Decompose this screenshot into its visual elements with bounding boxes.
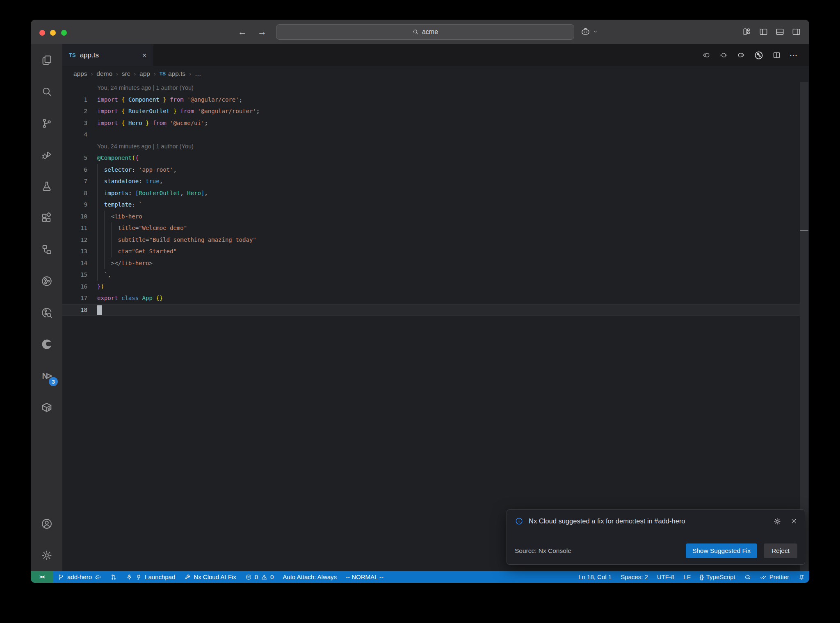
code-line-6[interactable]: 6 selector: 'app-root', [62, 164, 800, 176]
status-language-mode[interactable]: {}TypeScript [695, 571, 740, 583]
status-vim-mode[interactable]: -- NORMAL -- [341, 571, 388, 583]
status-problems[interactable]: 00 [241, 571, 278, 583]
navigate-back-button[interactable] [702, 51, 711, 59]
history-forward-button[interactable]: → [258, 27, 267, 37]
code-line-1[interactable]: 1import { Component } from '@angular/cor… [62, 94, 800, 106]
status-indentation[interactable]: Spaces: 2 [616, 571, 653, 583]
status-eol[interactable]: LF [679, 571, 695, 583]
line-number: 4 [62, 129, 87, 141]
line-number: 11 [62, 222, 87, 234]
code-line-16[interactable]: 16}) [62, 281, 800, 293]
activity-item-containers[interactable] [31, 391, 62, 423]
nx-actions-button[interactable] [754, 50, 764, 60]
activity-item-source-control[interactable] [31, 107, 62, 139]
breadcrumb-item[interactable]: … [195, 70, 201, 77]
status-label: Auto Attach: Always [283, 573, 337, 580]
show-suggested-fix-button[interactable]: Show Suggested Fix [686, 543, 757, 558]
code-area[interactable]: You, 24 minutes ago | 1 author (You)1imp… [62, 82, 809, 571]
activity-item-gitlens[interactable] [31, 265, 62, 297]
code-line-4[interactable]: 4 [62, 129, 800, 141]
line-number: 7 [62, 175, 87, 187]
tab-close-icon[interactable]: ✕ [142, 52, 147, 59]
code-line-17[interactable]: 17export class App {} [62, 292, 800, 304]
tab-app-ts[interactable]: TS app.ts ✕ [62, 44, 153, 66]
code-line-2[interactable]: 2import { RouterOutlet } from '@angular/… [62, 105, 800, 117]
activity-item-testing[interactable] [31, 171, 62, 202]
toggle-primary-sidebar-button[interactable] [759, 27, 768, 36]
code-line-12[interactable]: 12 subtitle="Build something amazing tod… [62, 234, 800, 246]
code-line-13[interactable]: 13 cta="Get Started" [62, 246, 800, 257]
code-line-3[interactable]: 3import { Hero } from '@acme/ui'; [62, 117, 800, 129]
navigate-forward-button[interactable] [737, 51, 745, 59]
breadcrumb-separator-icon: › [154, 70, 156, 77]
code-line-8[interactable]: 8 imports: [RouterOutlet, Hero], [62, 187, 800, 199]
status-notifications-bell[interactable] [794, 571, 809, 583]
activity-item-accounts[interactable] [31, 508, 62, 539]
branch-icon [58, 574, 64, 580]
code-text: selector: 'app-root', [97, 164, 177, 176]
line-number: 8 [62, 187, 87, 199]
breadcrumb-item[interactable]: src [122, 70, 130, 77]
status-nx-cloud-ai-fix[interactable]: Nx Cloud AI Fix [180, 571, 240, 583]
layout-right-icon [792, 27, 801, 36]
line-number: 2 [62, 105, 87, 117]
warn-icon [261, 574, 267, 580]
line-number: 17 [62, 292, 87, 304]
toggle-secondary-sidebar-button[interactable] [792, 27, 801, 36]
notification-title: Nx Cloud suggested a fix for demo:test i… [529, 517, 768, 525]
current-position-button[interactable] [719, 51, 728, 59]
activity-item-nx-console[interactable]: N>3 [31, 360, 62, 391]
cloud-up-icon [95, 574, 101, 580]
status-cursor-position[interactable]: Ln 18, Col 1 [574, 571, 616, 583]
copilot-menu[interactable] [580, 20, 598, 44]
container-icon [41, 401, 53, 414]
activity-item-gitlens-inspect[interactable] [31, 297, 62, 328]
breadcrumb-item[interactable]: demo [96, 70, 112, 77]
command-center-search[interactable]: acme [276, 24, 574, 40]
more-actions-button[interactable]: ··· [790, 51, 798, 59]
reject-button[interactable]: Reject [764, 543, 797, 558]
activity-item-project-hierarchy[interactable] [31, 234, 62, 265]
notification-close-icon[interactable] [790, 518, 797, 525]
activity-item-edge-tools[interactable] [31, 328, 62, 360]
editor-group: TS app.ts ✕ ··· apps›demo›src›app›TSapp.… [62, 44, 809, 571]
code-line-9[interactable]: 9 template: ` [62, 199, 800, 211]
status-git-branch[interactable]: add-hero [53, 571, 106, 583]
code-text: `, [97, 269, 111, 281]
code-line-18[interactable]: 18 [62, 304, 800, 316]
split-editor-button[interactable] [772, 51, 781, 59]
code-line-15[interactable]: 15 `, [62, 269, 800, 281]
gitlens-search-icon [41, 307, 53, 319]
zoom-window-button[interactable] [61, 30, 67, 36]
breadcrumb-item[interactable]: TSapp.ts [160, 70, 186, 77]
status-remote-indicator[interactable]: >< [31, 571, 53, 583]
code-line-14[interactable]: 14 ></lib-hero> [62, 257, 800, 269]
close-window-button[interactable] [39, 30, 45, 36]
activity-item-extensions[interactable] [31, 202, 62, 234]
editor-scrollbar[interactable] [800, 82, 808, 571]
code-line-7[interactable]: 7 standalone: true, [62, 175, 800, 187]
code-line-11[interactable]: 11 title="Welcmoe demo" [62, 222, 800, 234]
activity-item-explorer[interactable] [31, 44, 62, 76]
breadcrumb-item[interactable]: apps [73, 70, 87, 77]
toggle-panel-button[interactable] [775, 27, 785, 36]
status-prettier[interactable]: Prettier [756, 571, 794, 583]
status-label: LF [683, 573, 691, 580]
code-line-5[interactable]: 5@Component({ [62, 152, 800, 164]
activity-item-manage-settings[interactable] [31, 539, 62, 571]
breadcrumb-item[interactable]: app [139, 70, 150, 77]
minimize-window-button[interactable] [50, 30, 56, 36]
status-auto-attach[interactable]: Auto Attach: Always [278, 571, 341, 583]
customize-layout-button[interactable] [742, 27, 752, 36]
code-line-10[interactable]: 10 <lib-hero [62, 211, 800, 223]
gitlens-icon [41, 275, 53, 287]
status-encoding[interactable]: UTF-8 [653, 571, 679, 583]
status-copilot-status[interactable] [740, 571, 756, 583]
activity-item-search[interactable] [31, 76, 62, 107]
line-number: 12 [62, 234, 87, 246]
status-pull-request[interactable] [106, 571, 121, 583]
notification-settings-gear-icon[interactable] [773, 517, 781, 525]
history-back-button[interactable]: ← [238, 27, 247, 37]
activity-item-run-and-debug[interactable] [31, 139, 62, 171]
status-launchpad[interactable]: Launchpad [121, 571, 180, 583]
